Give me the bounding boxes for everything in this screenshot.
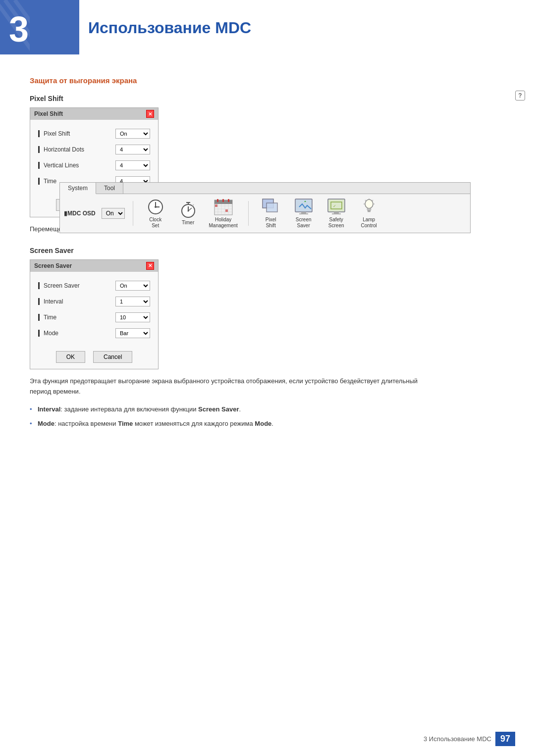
- screen-saver-icon-toolbar: [294, 198, 314, 216]
- bullet-interval: Interval: задание интервала для включени…: [30, 404, 436, 415]
- screen-saver-heading: Screen Saver: [30, 247, 74, 254]
- screen-saver-cancel-button[interactable]: Cancel: [93, 351, 132, 363]
- svg-rect-26: [215, 204, 217, 207]
- pixel-shift-row-2: Horizontal Dots 4 123: [38, 142, 150, 157]
- screen-saver-row-3: Time 10 51520: [38, 309, 150, 325]
- pixel-shift-button[interactable]: PixelShift: [257, 196, 285, 231]
- holiday-management-label: HolidayManagement: [209, 217, 237, 229]
- pixel-shift-title: Pixel Shift: [34, 110, 63, 117]
- svg-point-6: [155, 206, 157, 208]
- screen-saver-row-1: Screen Saver On Off: [38, 278, 150, 294]
- screen-saver-bullets: Interval: задание интервала для включени…: [30, 404, 436, 429]
- timer-button[interactable]: Timer: [174, 199, 203, 228]
- pixel-shift-field-label: Pixel Shift: [38, 130, 70, 137]
- toolbar-separator: [133, 201, 133, 226]
- tab-tool[interactable]: Tool: [96, 183, 123, 194]
- screen-saver-row-4: Mode Bar EraserPixel: [38, 325, 150, 341]
- mode-label: Mode: [38, 330, 58, 337]
- svg-rect-41: [368, 211, 370, 212]
- page-footer: 3 Использование MDC 97: [0, 732, 535, 746]
- row-indicator-4: [38, 178, 40, 185]
- bullet-mode: Mode: настройка времени Time может измен…: [30, 419, 436, 429]
- mdc-osd-label: ▮MDC OSD: [64, 210, 96, 217]
- svg-rect-31: [301, 212, 306, 213]
- mode-select[interactable]: Bar EraserPixel: [115, 328, 150, 338]
- toolbar-separator-2: [248, 201, 249, 226]
- screen-saver-title: Screen Saver: [34, 262, 72, 269]
- interval-select[interactable]: 1 23: [115, 297, 150, 306]
- lamp-control-label: LampControl: [361, 217, 377, 229]
- time-label-ps: Time: [38, 178, 56, 185]
- mdc-osd-select[interactable]: On Off: [102, 208, 125, 219]
- tab-system[interactable]: System: [60, 183, 96, 194]
- footer-text: 3 Использование MDC: [424, 735, 491, 743]
- pixel-shift-label: PixelShift: [266, 217, 276, 229]
- section-heading: Защита от выгорания экрана: [30, 76, 505, 85]
- chapter-title: Использование MDC: [88, 19, 251, 37]
- screen-saver-close-button[interactable]: ✕: [146, 262, 154, 270]
- svg-rect-29: [267, 203, 277, 212]
- row-indicator-ss4: [38, 330, 40, 337]
- time-select-ss[interactable]: 10 51520: [115, 312, 150, 322]
- timer-label: Timer: [182, 220, 194, 226]
- interval-label: Interval: [38, 298, 63, 305]
- clock-set-button[interactable]: ClockSet: [141, 196, 170, 231]
- pixel-shift-title-bar: Pixel Shift ✕: [30, 108, 158, 120]
- svg-rect-32: [299, 213, 308, 214]
- row-indicator-ss1: [38, 282, 40, 289]
- screen-saver-dialog-body: Screen Saver On Off Interval 1 23: [30, 272, 158, 347]
- screen-saver-dialog-wrapper: Screen Saver ✕ Screen Saver On Off: [30, 259, 505, 369]
- row-indicator-1: [38, 130, 40, 137]
- vertical-lines-label: Vertical Lines: [38, 162, 79, 169]
- screen-saver-section: Screen Saver: [30, 247, 505, 254]
- svg-line-43: [372, 200, 373, 201]
- row-indicator-2: [38, 146, 40, 153]
- svg-rect-17: [222, 199, 224, 202]
- pixel-shift-row-1: Pixel Shift On Off: [38, 126, 150, 142]
- pixel-shift-close-button[interactable]: ✕: [146, 110, 154, 118]
- pixel-shift-value-select[interactable]: On Off: [115, 129, 150, 139]
- holiday-management-button[interactable]: HolidayManagement: [207, 196, 240, 231]
- screen-saver-button[interactable]: ScreenSaver: [289, 196, 318, 231]
- help-icon[interactable]: ?: [515, 91, 525, 101]
- pixel-shift-row-3: Vertical Lines 4 123: [38, 157, 150, 173]
- svg-line-45: [365, 200, 366, 201]
- screen-saver-ok-button[interactable]: OK: [56, 351, 85, 363]
- toolbar-container: System Tool ▮MDC OSD On Off: [59, 182, 471, 233]
- svg-rect-34: [334, 212, 339, 213]
- horizontal-dots-label: Horizontal Dots: [38, 146, 84, 153]
- screen-saver-dialog-footer: OK Cancel: [30, 347, 158, 369]
- chapter-number: 3: [9, 9, 29, 50]
- time-label-ss: Time: [38, 314, 56, 321]
- safety-screen-button[interactable]: ✓ SafetyScreen: [322, 196, 351, 231]
- svg-point-12: [187, 210, 189, 212]
- timer-icon: [178, 201, 198, 219]
- clock-set-icon: [146, 198, 165, 216]
- pixel-shift-icon-toolbar: [261, 198, 281, 216]
- screen-saver-label: ScreenSaver: [296, 217, 312, 229]
- screen-saver-description: Эта функция предотвращает выгорание экра…: [30, 376, 436, 397]
- screen-saver-row-2: Interval 1 23: [38, 294, 150, 309]
- row-indicator-ss2: [38, 298, 40, 305]
- pixel-shift-section: Pixel Shift: [30, 95, 505, 102]
- vertical-lines-select[interactable]: 4 123: [115, 160, 150, 170]
- horizontal-dots-select[interactable]: 4 123: [115, 145, 150, 154]
- safety-screen-icon-toolbar: ✓: [326, 198, 346, 216]
- safety-screen-label: SafetyScreen: [328, 217, 344, 229]
- svg-point-38: [365, 200, 373, 208]
- header-blue-box: 3: [0, 0, 79, 54]
- svg-text:✓: ✓: [333, 204, 336, 208]
- screen-saver-dialog: Screen Saver ✕ Screen Saver On Off: [30, 259, 159, 369]
- screen-saver-title-bar: Screen Saver ✕: [30, 260, 158, 272]
- toolbar-tabs: System Tool: [60, 183, 470, 194]
- page-number: 97: [495, 732, 515, 746]
- lamp-control-icon: [359, 198, 379, 216]
- lamp-control-button[interactable]: LampControl: [355, 196, 383, 231]
- clock-set-label: ClockSet: [149, 217, 161, 229]
- row-indicator-ss3: [38, 314, 40, 321]
- toolbar-content: ▮MDC OSD On Off: [60, 194, 470, 233]
- svg-rect-33: [328, 199, 345, 212]
- svg-rect-27: [225, 209, 228, 212]
- screen-saver-value-select[interactable]: On Off: [115, 281, 150, 291]
- svg-rect-39: [367, 208, 371, 210]
